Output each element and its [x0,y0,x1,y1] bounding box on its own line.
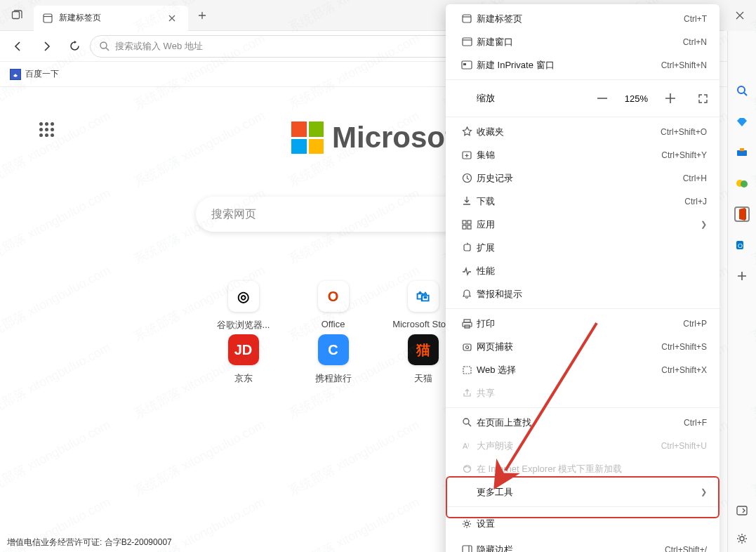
menu-item-performance[interactable]: 性能 [446,259,719,282]
new-tab-icon [457,13,477,24]
menu-item-settings[interactable]: 设置 [446,510,719,538]
svg-rect-35 [463,344,471,350]
svg-rect-32 [464,320,470,322]
address-placeholder: 搜索或输入 Web 地址 [115,40,203,53]
svg-point-4 [100,42,107,48]
menu-item-more-tools[interactable]: 更多工具❯ [446,480,719,504]
svg-point-18 [740,537,744,541]
tab-actions-button[interactable] [0,0,34,31]
menu-item-extensions[interactable]: 扩展 [446,236,719,259]
sidebar-games-icon[interactable] [734,176,750,191]
sidebar-shopping-icon[interactable] [734,114,750,129]
menu-item-web-select[interactable]: Web 选择Ctrl+Shift+X [446,358,719,381]
sidebar-add-button[interactable] [734,268,750,284]
svg-rect-37 [463,367,471,374]
back-button[interactable] [6,34,31,59]
sidebar-search-icon[interactable] [734,83,750,98]
sidebar-collapse-icon[interactable] [734,503,750,518]
svg-rect-19 [463,15,471,22]
svg-rect-0 [13,11,20,18]
browser-tab[interactable]: 新建标签页 [34,6,188,31]
sidebar-tools-icon[interactable] [734,145,750,160]
tile-label: 京东 [234,372,253,385]
sidebar-outlook-icon[interactable]: O [734,237,750,253]
svg-rect-11 [737,150,747,156]
tile-icon: O [318,281,349,312]
refresh-button[interactable] [62,34,87,59]
quick-link-tile[interactable]: C携程旅行 [289,334,378,385]
share-icon [457,388,477,398]
collections-icon [457,150,477,160]
sidebar-icon [457,545,477,552]
tile-label: Microsoft Sto... [392,319,453,329]
gear-icon [457,518,477,530]
favorite-baidu[interactable]: 百度一下 [25,68,59,80]
history-icon [457,173,477,183]
zoom-out-button[interactable] [592,88,612,108]
tile-label: 携程旅行 [315,372,352,385]
download-icon [457,196,477,206]
svg-point-36 [465,346,468,348]
svg-rect-33 [463,322,472,327]
star-icon [457,126,477,137]
capture-icon [457,342,477,352]
menu-item-inprivate[interactable]: 新建 InPrivate 窗口Ctrl+Shift+N [446,53,719,77]
svg-text:A⁾: A⁾ [463,442,470,450]
menu-item-print[interactable]: 打印Ctrl+P [446,312,719,335]
forward-button[interactable] [34,34,59,59]
inprivate-icon [457,60,477,70]
tile-icon: 猫 [408,334,439,365]
svg-rect-2 [44,14,52,22]
read-aloud-icon: A⁾ [457,441,477,450]
window-close-button[interactable] [724,0,756,31]
fullscreen-button[interactable] [693,88,712,108]
menu-item-new-tab[interactable]: 新建标签页Ctrl+T [446,7,719,30]
ie-icon [457,464,477,474]
zoom-in-button[interactable] [661,88,680,108]
new-tab-button[interactable] [191,4,213,27]
zoom-value: 125% [625,93,648,104]
menu-item-hide-sidebar[interactable]: 隐藏边栏Ctrl+Shift+/ [446,538,719,552]
menu-item-find[interactable]: 在页面上查找Ctrl+F [446,411,719,434]
sidebar-office-icon[interactable] [734,206,750,222]
tile-icon: 🛍 [408,281,439,312]
tile-label: Office [321,319,345,329]
svg-rect-43 [463,546,472,552]
menu-item-alerts[interactable]: 警报和提示 [446,282,719,305]
tile-icon: C [318,334,349,365]
menu-item-favorites[interactable]: 收藏夹Ctrl+Shift+O [446,120,719,143]
svg-point-9 [738,86,745,93]
svg-line-5 [106,48,109,51]
svg-point-42 [465,523,469,526]
quick-link-tile[interactable]: ◎谷歌浏览器... [199,281,289,331]
svg-rect-12 [740,148,744,151]
menu-item-downloads[interactable]: 下载Ctrl+J [446,190,719,213]
svg-line-39 [468,423,471,426]
quick-link-tile[interactable]: JD京东 [199,334,289,385]
search-icon [99,41,110,51]
search-placeholder: 搜索网页 [211,207,256,222]
sidebar-settings-icon[interactable] [734,531,750,546]
find-icon [457,417,477,428]
quick-link-tile[interactable]: OOffice [289,281,378,331]
svg-line-10 [744,93,747,96]
footer-text: 增值电信业务经营许可证: 合字B2-20090007 [7,537,172,548]
chevron-right-icon: ❯ [701,220,707,229]
menu-item-collections[interactable]: 集锦Ctrl+Shift+Y [446,143,719,166]
menu-item-apps[interactable]: 应用❯ [446,213,719,236]
microsoft-logo-icon [291,121,324,154]
menu-item-new-window[interactable]: 新建窗口Ctrl+N [446,30,719,53]
svg-text:O: O [738,242,743,249]
logo-text: Microsoft [332,121,465,155]
tab-close-button[interactable] [168,15,180,22]
tile-label: 谷歌浏览器... [217,319,270,331]
svg-rect-24 [463,63,466,65]
svg-rect-31 [467,225,471,229]
apps-grid-button[interactable] [39,122,56,139]
tab-page-icon [42,13,53,24]
tile-icon: JD [228,334,259,365]
svg-rect-30 [463,225,466,229]
menu-item-history[interactable]: 历史记录Ctrl+H [446,166,719,190]
menu-item-web-capture[interactable]: 网页捕获Ctrl+Shift+S [446,335,719,358]
extensions-icon [457,242,477,253]
